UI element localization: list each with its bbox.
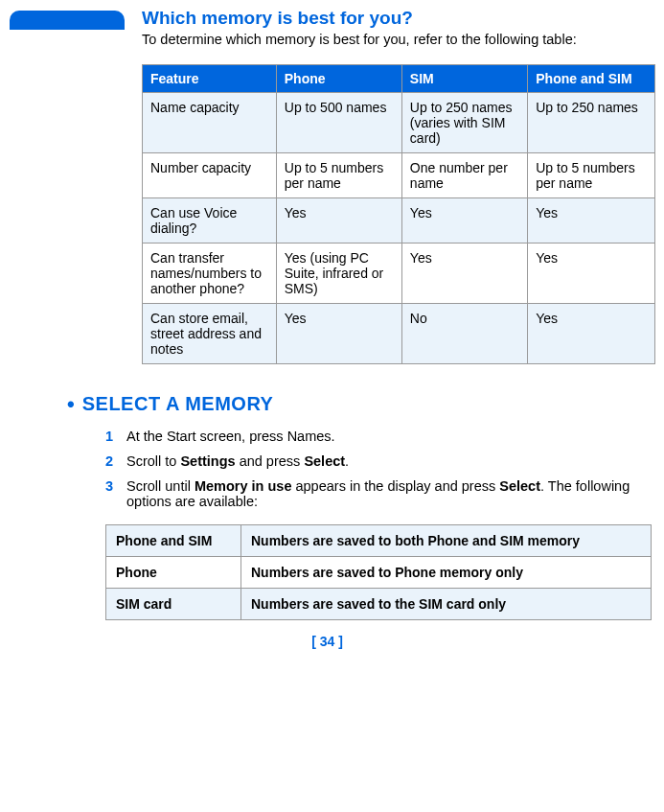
page-number: [ 34 ] <box>10 634 645 649</box>
cell-feature: Name capacity <box>143 93 277 153</box>
option-name: SIM card <box>106 589 241 620</box>
cell-phone: Up to 5 numbers per name <box>276 153 401 198</box>
cell-feature: Can use Voice dialing? <box>143 198 277 244</box>
cell-feature: Can transfer names/numbers to another ph… <box>143 244 277 304</box>
bold-text: Select <box>499 478 540 494</box>
table-row: Phone Numbers are saved to Phone memory … <box>106 557 652 589</box>
text: and press <box>236 453 305 469</box>
step-text: Scroll to Settings and press Select. <box>126 453 645 469</box>
table-row: Name capacity Up to 500 names Up to 250 … <box>143 93 655 153</box>
bold-text: Settings <box>180 453 235 469</box>
step: 3 Scroll until Memory in use appears in … <box>105 478 645 509</box>
step-text: Scroll until Memory in use appears in th… <box>126 478 645 509</box>
cell-phone: Yes (using PC Suite, infrared or SMS) <box>276 244 401 304</box>
bullet-icon: • <box>67 394 75 415</box>
cell-both: Up to 5 numbers per name <box>528 153 655 198</box>
cell-both: Yes <box>528 244 655 304</box>
section-intro: To determine which memory is best for yo… <box>142 32 645 47</box>
col-header-both: Phone and SIM <box>528 65 655 93</box>
cell-sim: Yes <box>401 198 527 244</box>
text: At the Start screen, press Names. <box>126 429 335 444</box>
option-table: Phone and SIM Numbers are saved to both … <box>105 524 652 620</box>
page: Which memory is best for you? To determi… <box>0 0 664 659</box>
cell-both: Yes <box>528 198 655 244</box>
step-number: 1 <box>105 429 126 444</box>
header-row: Which memory is best for you? <box>10 8 645 30</box>
cell-both: Yes <box>528 304 655 364</box>
section-tab <box>10 11 125 30</box>
cell-phone: Yes <box>276 304 401 364</box>
step-number: 2 <box>105 453 126 469</box>
cell-sim: One number per name <box>401 153 527 198</box>
cell-phone: Up to 500 names <box>276 93 401 153</box>
bold-text: Memory in use <box>195 478 292 494</box>
col-header-phone: Phone <box>276 65 401 93</box>
option-desc: Numbers are saved to the SIM card only <box>241 589 652 620</box>
cell-feature: Can store email, street address and note… <box>143 304 277 364</box>
table-row: Can transfer names/numbers to another ph… <box>143 244 655 304</box>
cell-feature: Number capacity <box>143 153 277 198</box>
cell-sim: Up to 250 names (varies with SIM card) <box>401 93 527 153</box>
table-header-row: Feature Phone SIM Phone and SIM <box>143 65 655 93</box>
option-desc: Numbers are saved to Phone memory only <box>241 557 652 589</box>
cell-sim: No <box>401 304 527 364</box>
feature-table: Feature Phone SIM Phone and SIM Name cap… <box>142 64 655 364</box>
option-name: Phone <box>106 557 241 589</box>
step: 1 At the Start screen, press Names. <box>105 429 645 444</box>
subheading-row: • SELECT A MEMORY <box>67 393 645 415</box>
table-row: Can use Voice dialing? Yes Yes Yes <box>143 198 655 244</box>
text: appears in the display and press <box>291 478 499 494</box>
text: Scroll to <box>126 453 180 469</box>
table-row: Can store email, street address and note… <box>143 304 655 364</box>
bold-text: Select <box>304 453 345 469</box>
text: . <box>345 453 349 469</box>
step: 2 Scroll to Settings and press Select. <box>105 453 645 469</box>
subheading: SELECT A MEMORY <box>82 393 274 415</box>
table-row: Phone and SIM Numbers are saved to both … <box>106 525 652 557</box>
option-desc: Numbers are saved to both Phone and SIM … <box>241 525 652 557</box>
cell-both: Up to 250 names <box>528 93 655 153</box>
table-row: SIM card Numbers are saved to the SIM ca… <box>106 589 652 620</box>
col-header-feature: Feature <box>143 65 277 93</box>
table-row: Number capacity Up to 5 numbers per name… <box>143 153 655 198</box>
steps: 1 At the Start screen, press Names. 2 Sc… <box>105 429 645 509</box>
option-name: Phone and SIM <box>106 525 241 557</box>
cell-phone: Yes <box>276 198 401 244</box>
section-title: Which memory is best for you? <box>142 8 413 29</box>
step-number: 3 <box>105 478 126 509</box>
cell-sim: Yes <box>401 244 527 304</box>
text: Scroll until <box>126 478 195 494</box>
col-header-sim: SIM <box>401 65 527 93</box>
step-text: At the Start screen, press Names. <box>126 429 645 444</box>
